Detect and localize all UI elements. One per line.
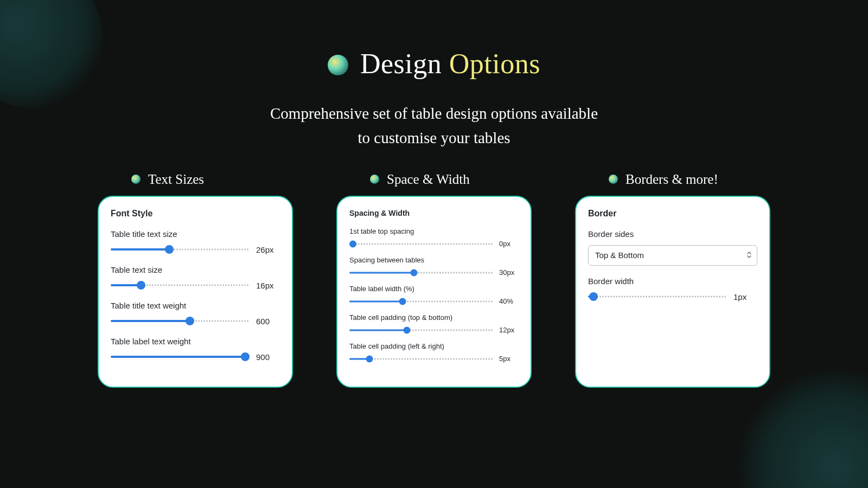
card-heading: Font Style (111, 209, 280, 219)
select-border-sides[interactable]: Top & Bottom (588, 245, 757, 266)
card-border: Border Border sides Top & Bottom Border … (575, 196, 770, 388)
column-text-sizes: Text Sizes Font Style Table title text s… (98, 172, 293, 388)
card-spacing-width: Spacing & Width 1st table top spacing 0p… (336, 196, 532, 388)
page-title-row: Design Options (22, 48, 846, 80)
field-border-width: Border width 1px (588, 277, 757, 301)
card-heading: Border (588, 209, 757, 219)
slider-table-title-text-weight[interactable] (111, 317, 250, 325)
slider-table-label-text-weight[interactable] (111, 352, 250, 361)
page-subtitle: Comprehensive set of table design option… (22, 101, 846, 150)
column-space-width: Space & Width Spacing & Width 1st table … (336, 172, 532, 388)
slider-table-label-width[interactable] (349, 297, 493, 306)
slider-value: 1px (733, 292, 757, 301)
field-label: Table label text weight (111, 337, 280, 346)
field-table-label-width: Table label width (%) 40% (349, 285, 519, 306)
slider-spacing-between-tables[interactable] (349, 268, 493, 277)
field-label: Table label width (%) (349, 285, 519, 293)
field-label: Table title text weight (111, 301, 280, 310)
chevron-updown-icon (747, 251, 751, 260)
field-label: Border sides (588, 229, 757, 239)
field-table-label-text-weight: Table label text weight 900 (111, 337, 280, 362)
title-prefix: Design (360, 48, 442, 79)
slider-value: 12px (499, 326, 519, 334)
field-label: Table cell padding (top & bottom) (349, 313, 519, 322)
field-border-sides: Border sides Top & Bottom (588, 229, 757, 266)
field-table-title-text-weight: Table title text weight 600 (111, 301, 280, 326)
field-label: Table title text size (111, 229, 280, 239)
slider-cell-padding-lr[interactable] (349, 355, 493, 363)
field-table-text-size: Table text size 16px (111, 265, 280, 290)
column-title: Space & Width (387, 172, 470, 187)
field-label: Table text size (111, 265, 280, 274)
slider-table-title-text-size[interactable] (111, 245, 250, 254)
field-label: 1st table top spacing (349, 227, 519, 235)
field-table-title-text-size: Table title text size 26px (111, 229, 280, 254)
bullet-icon (609, 175, 618, 184)
slider-value: 0px (499, 240, 519, 248)
field-label: Table cell padding (left & right) (349, 342, 519, 350)
slider-value: 16px (256, 281, 280, 290)
slider-value: 30px (499, 268, 519, 277)
slider-value: 5px (499, 355, 519, 363)
title-accent: Options (449, 48, 540, 79)
slider-value: 600 (256, 317, 280, 326)
card-heading: Spacing & Width (349, 209, 519, 217)
bullet-icon (131, 175, 141, 184)
field-label: Border width (588, 277, 757, 286)
slider-value: 26px (256, 245, 280, 254)
page-title: Design Options (360, 48, 540, 80)
slider-value: 900 (256, 352, 280, 362)
bullet-icon (370, 175, 379, 184)
column-title: Borders & more! (626, 172, 718, 187)
field-cell-padding-lr: Table cell padding (left & right) 5px (349, 342, 519, 363)
slider-table-text-size[interactable] (111, 281, 250, 290)
column-borders: Borders & more! Border Border sides Top … (575, 172, 770, 388)
slider-border-width[interactable] (588, 292, 727, 301)
card-font-style: Font Style Table title text size 26px Ta… (98, 196, 293, 388)
field-cell-padding-tb: Table cell padding (top & bottom) 12px (349, 313, 519, 335)
field-label: Spacing between tables (349, 256, 519, 264)
slider-value: 40% (499, 297, 519, 305)
slider-cell-padding-tb[interactable] (349, 326, 493, 335)
slider-first-table-top-spacing[interactable] (349, 240, 493, 248)
field-spacing-between-tables: Spacing between tables 30px (349, 256, 519, 277)
column-title: Text Sizes (148, 172, 204, 187)
bullet-icon (328, 55, 348, 75)
select-value: Top & Bottom (595, 251, 644, 260)
field-first-table-top-spacing: 1st table top spacing 0px (349, 227, 519, 248)
